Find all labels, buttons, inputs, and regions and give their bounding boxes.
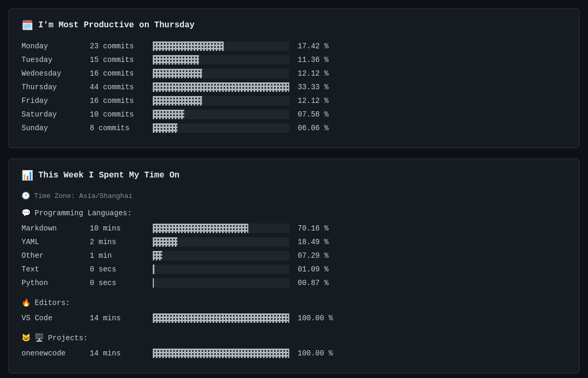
table-row: onenewcode14 mins100.00 % [22, 349, 566, 358]
row-time: 15 commits [90, 56, 153, 64]
row-percent: 33.33 % [298, 83, 340, 91]
bar-chart [153, 96, 289, 106]
bar-chart [153, 278, 289, 288]
row-time: 2 mins [90, 238, 153, 246]
table-row: Friday16 commits12.12 % [22, 96, 566, 106]
timezone-row: 🕐 Time Zone: Asia/Shanghai [22, 192, 566, 200]
table-row: Saturday10 commits07.58 % [22, 110, 566, 119]
row-percent: 11.36 % [298, 56, 340, 64]
row-percent: 18.49 % [298, 238, 340, 246]
section1-title: 🗓️ I'm Most Productive on Thursday [22, 19, 566, 31]
chat-icon: 💬 [22, 208, 30, 217]
projects-title: 🐱 🖥️ Projects: [22, 333, 566, 342]
clock-icon: 🕐 [22, 192, 30, 200]
row-percent: 06.06 % [298, 124, 340, 132]
row-time: 0 secs [90, 279, 153, 287]
row-percent: 01.09 % [298, 265, 340, 274]
bar-chart [153, 313, 289, 323]
row-percent: 100.00 % [298, 314, 340, 322]
row-percent: 00.87 % [298, 279, 340, 287]
bar-chart [153, 55, 289, 65]
row-time: 44 commits [90, 83, 153, 91]
table-row: Sunday8 commits06.06 % [22, 123, 566, 133]
row-percent: 100.00 % [298, 349, 340, 358]
row-percent: 07.58 % [298, 110, 340, 119]
bar-chart [153, 251, 289, 260]
row-percent: 12.12 % [298, 69, 340, 78]
row-name: YAML [22, 238, 90, 246]
fire-icon: 🔥 [22, 298, 30, 307]
row-time: 14 mins [90, 349, 153, 358]
row-percent: 17.42 % [298, 42, 340, 50]
table-row: Wednesday16 commits12.12 % [22, 69, 566, 78]
table-row: Markdown10 mins70.16 % [22, 224, 566, 233]
row-percent: 70.16 % [298, 224, 340, 233]
chart-icon: 📊 [22, 170, 33, 181]
row-name: Saturday [22, 110, 90, 119]
table-row: Text0 secs01.09 % [22, 265, 566, 274]
row-time: 16 commits [90, 97, 153, 105]
table-row: VS Code14 mins100.00 % [22, 313, 566, 323]
row-name: Monday [22, 42, 90, 50]
row-name: Friday [22, 97, 90, 105]
row-time: 1 min [90, 251, 153, 260]
languages-title: 💬 Programming Languages: [22, 208, 566, 217]
bar-chart [153, 237, 289, 247]
row-name: Wednesday [22, 69, 90, 78]
table-row: Tuesday15 commits11.36 % [22, 55, 566, 65]
table-row: YAML2 mins18.49 % [22, 237, 566, 247]
row-time: 10 mins [90, 224, 153, 233]
row-name: Text [22, 265, 90, 274]
bar-chart [153, 349, 289, 358]
row-name: Thursday [22, 83, 90, 91]
bar-chart [153, 265, 289, 274]
table-row: Monday23 commits17.42 % [22, 41, 566, 51]
productivity-section: 🗓️ I'm Most Productive on Thursday Monda… [8, 8, 580, 148]
row-time: 23 commits [90, 42, 153, 50]
bar-chart [153, 69, 289, 78]
calendar-icon: 🗓️ [22, 19, 33, 31]
table-row: Other1 min07.29 % [22, 251, 566, 260]
row-name: Markdown [22, 224, 90, 233]
bar-chart [153, 41, 289, 51]
row-percent: 07.29 % [298, 251, 340, 260]
bar-chart [153, 82, 289, 92]
projects-icon: 🐱 🖥️ [22, 333, 44, 342]
row-name: Other [22, 251, 90, 260]
row-name: VS Code [22, 314, 90, 322]
row-percent: 12.12 % [298, 97, 340, 105]
table-row: Python0 secs00.87 % [22, 278, 566, 288]
row-name: Tuesday [22, 56, 90, 64]
row-time: 8 commits [90, 124, 153, 132]
row-name: onenewcode [22, 349, 90, 358]
bar-chart [153, 224, 289, 233]
row-time: 10 commits [90, 110, 153, 119]
editors-title: 🔥 Editors: [22, 298, 566, 307]
row-name: Sunday [22, 124, 90, 132]
bar-chart [153, 110, 289, 119]
row-time: 16 commits [90, 69, 153, 78]
row-time: 14 mins [90, 314, 153, 322]
row-time: 0 secs [90, 265, 153, 274]
time-spent-section: 📊 This Week I Spent My Time On 🕐 Time Zo… [8, 159, 580, 373]
bar-chart [153, 123, 289, 133]
table-row: Thursday44 commits33.33 % [22, 82, 566, 92]
section2-title: 📊 This Week I Spent My Time On [22, 170, 566, 181]
row-name: Python [22, 279, 90, 287]
